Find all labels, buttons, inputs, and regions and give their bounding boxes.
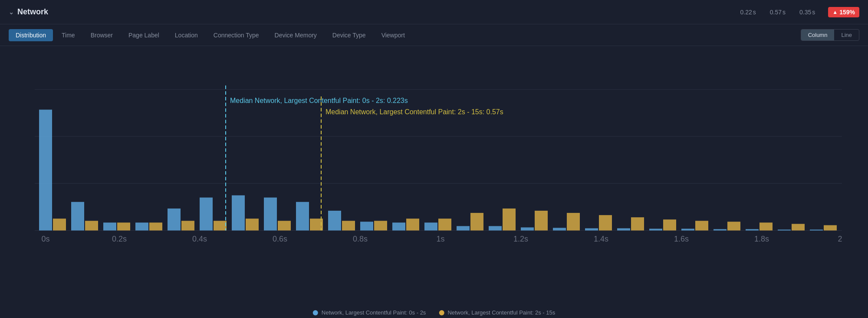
tab-device-memory[interactable]: Device Memory <box>268 29 324 41</box>
header: ⌄ Network 0.22s 0.57s 0.35s ▲ 159% <box>0 0 868 24</box>
legend-dot-yellow <box>439 310 444 315</box>
column-view-button[interactable]: Column <box>801 30 835 40</box>
svg-rect-54 <box>778 230 791 231</box>
tab-viewport[interactable]: Viewport <box>375 29 412 41</box>
svg-rect-28 <box>360 222 373 230</box>
legend-dot-blue <box>313 310 318 315</box>
legend-label-blue: Network, Largest Contentful Paint: 0s - … <box>322 309 426 316</box>
svg-text:0s: 0s <box>41 235 49 243</box>
svg-rect-41 <box>567 213 580 230</box>
view-controls: Column Line <box>801 29 859 41</box>
svg-rect-46 <box>649 229 662 230</box>
metric-1-value: 0.22 <box>740 9 752 16</box>
svg-rect-57 <box>824 225 837 230</box>
line-view-button[interactable]: Line <box>834 30 859 40</box>
chart-area: 0 500 1000 1500 <box>0 46 868 318</box>
svg-rect-47 <box>663 219 676 230</box>
up-arrow-icon: ▲ <box>832 9 838 15</box>
svg-text:0.4s: 0.4s <box>192 235 207 243</box>
svg-rect-18 <box>200 198 213 231</box>
svg-rect-55 <box>792 224 805 230</box>
svg-rect-29 <box>374 221 387 230</box>
metric-3-value: 0.35 <box>799 9 811 16</box>
svg-rect-50 <box>713 229 727 230</box>
svg-text:1.6s: 1.6s <box>674 235 689 243</box>
svg-rect-51 <box>727 222 740 230</box>
svg-rect-8 <box>39 109 52 230</box>
svg-rect-44 <box>617 228 630 230</box>
chart-legend: Network, Largest Contentful Paint: 0s - … <box>313 309 555 316</box>
svg-rect-45 <box>631 217 644 230</box>
metric-3: 0.35s <box>799 7 815 17</box>
metric-1-unit: s <box>753 9 756 16</box>
svg-rect-27 <box>342 221 355 230</box>
svg-rect-16 <box>168 209 181 231</box>
svg-rect-30 <box>392 222 405 230</box>
svg-rect-12 <box>103 222 116 230</box>
svg-rect-34 <box>457 226 470 230</box>
tab-distribution[interactable]: Distribution <box>9 29 53 41</box>
svg-rect-9 <box>53 219 66 230</box>
svg-rect-52 <box>746 229 759 230</box>
svg-text:2s: 2s <box>838 235 842 243</box>
svg-rect-13 <box>117 222 130 230</box>
svg-text:0.8s: 0.8s <box>353 235 368 243</box>
legend-item-blue: Network, Largest Contentful Paint: 0s - … <box>313 309 426 316</box>
svg-text:1.2s: 1.2s <box>513 235 528 243</box>
svg-rect-49 <box>695 221 708 230</box>
tab-time[interactable]: Time <box>55 29 82 41</box>
main-container: ⌄ Network 0.22s 0.57s 0.35s ▲ 159% Distr… <box>0 0 868 318</box>
svg-rect-31 <box>406 219 419 230</box>
svg-text:1.4s: 1.4s <box>594 235 608 243</box>
svg-rect-43 <box>599 215 612 230</box>
tab-page-label[interactable]: Page Label <box>122 29 166 41</box>
svg-text:1.8s: 1.8s <box>754 235 769 243</box>
metric-2: 0.57s <box>769 7 786 17</box>
svg-rect-36 <box>489 226 502 230</box>
title-text: Network <box>17 7 48 17</box>
svg-rect-21 <box>246 219 259 230</box>
tabs-bar: Distribution Time Browser Page Label Loc… <box>0 24 868 46</box>
svg-rect-15 <box>149 222 162 230</box>
svg-text:Median Network, Largest Conten: Median Network, Largest Contentful Paint… <box>230 96 408 104</box>
badge-text: 159% <box>839 9 855 16</box>
svg-rect-39 <box>535 211 548 231</box>
svg-rect-24 <box>296 202 309 231</box>
svg-text:1s: 1s <box>436 235 444 243</box>
metric-1: 0.22s <box>740 7 756 17</box>
metrics-group: 0.22s 0.57s 0.35s ▲ 159% <box>740 7 859 17</box>
network-title: ⌄ Network <box>9 7 48 17</box>
svg-rect-37 <box>503 209 516 231</box>
svg-rect-56 <box>810 230 823 231</box>
svg-rect-32 <box>424 222 437 230</box>
svg-text:Median Network, Largest Conten: Median Network, Largest Contentful Paint… <box>326 107 503 115</box>
legend-item-yellow: Network, Largest Contentful Paint: 2s - … <box>439 309 555 316</box>
tab-location[interactable]: Location <box>168 29 205 41</box>
svg-rect-42 <box>585 228 598 230</box>
metric-2-value: 0.57 <box>770 9 782 16</box>
metric-3-unit: s <box>812 9 815 16</box>
svg-rect-33 <box>438 219 451 230</box>
svg-rect-23 <box>278 221 291 230</box>
svg-rect-20 <box>232 195 245 231</box>
svg-rect-11 <box>85 221 98 230</box>
svg-rect-48 <box>681 229 694 230</box>
svg-rect-26 <box>328 211 341 231</box>
svg-rect-35 <box>470 213 483 230</box>
chevron-icon[interactable]: ⌄ <box>9 9 14 16</box>
change-badge: ▲ 159% <box>828 7 859 17</box>
svg-rect-40 <box>553 228 566 230</box>
tab-connection-type[interactable]: Connection Type <box>207 29 266 41</box>
chart-wrapper: 0 500 1000 1500 <box>35 55 842 288</box>
svg-rect-14 <box>135 222 148 230</box>
svg-rect-10 <box>71 202 84 231</box>
tab-device-type[interactable]: Device Type <box>326 29 373 41</box>
legend-label-yellow: Network, Largest Contentful Paint: 2s - … <box>447 309 555 316</box>
svg-text:0.6s: 0.6s <box>273 235 287 243</box>
svg-rect-17 <box>181 221 194 230</box>
svg-text:0.2s: 0.2s <box>112 235 127 243</box>
svg-rect-38 <box>521 227 534 230</box>
svg-rect-53 <box>760 222 773 230</box>
tab-browser[interactable]: Browser <box>84 29 120 41</box>
svg-rect-19 <box>214 221 227 230</box>
